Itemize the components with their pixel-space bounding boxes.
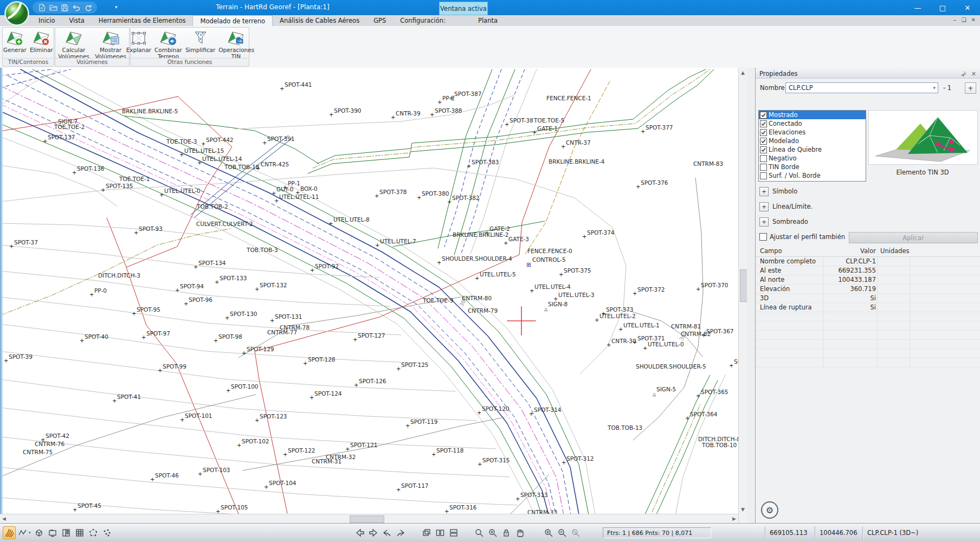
scroll-left-icon[interactable]: ◀ bbox=[2, 516, 6, 521]
view-back-icon[interactable] bbox=[381, 526, 394, 539]
expand-icon[interactable]: + bbox=[759, 187, 769, 196]
tab-vista[interactable]: Vista bbox=[62, 15, 91, 26]
flag-checkbox-checked[interactable] bbox=[760, 129, 767, 136]
zoom-out-icon[interactable] bbox=[556, 526, 569, 539]
new-file-icon[interactable] bbox=[38, 4, 46, 11]
point-marker: + bbox=[559, 272, 563, 278]
doc-minimize-button[interactable]: ‒ bbox=[953, 17, 956, 23]
flag-checkbox-checked[interactable] bbox=[760, 120, 767, 127]
doc-restore-button[interactable]: ❏ bbox=[962, 17, 966, 23]
ribbon-button-operaciones-tin[interactable]: Operaciones TIN bbox=[217, 28, 255, 61]
map-label: SPOT-39 bbox=[9, 353, 33, 360]
tab-planta[interactable]: Planta bbox=[471, 15, 505, 26]
section-sombreado[interactable]: +Sombreado bbox=[756, 217, 980, 227]
chevron-down-icon[interactable]: ▾ bbox=[933, 85, 936, 91]
close-button[interactable]: ✕ bbox=[955, 0, 980, 15]
map-label: FENCE.FENCE-0 bbox=[527, 248, 572, 254]
zoom-window-icon[interactable] bbox=[473, 526, 486, 539]
flag-tin-borde[interactable]: TIN Borde bbox=[759, 163, 866, 171]
point-marker: + bbox=[328, 221, 333, 227]
tab-gps[interactable]: GPS bbox=[366, 15, 393, 26]
scroll-down-icon[interactable]: ▼ bbox=[741, 507, 745, 512]
doc-close-button[interactable]: ✕ bbox=[971, 17, 976, 23]
ribbon-button-combinar-terreno[interactable]: Combinar Terreno bbox=[153, 28, 184, 61]
quick-access-dropdown-icon[interactable]: ▾ bbox=[115, 4, 118, 10]
tab-inicio[interactable]: Inicio bbox=[31, 15, 62, 26]
panel-close-icon[interactable]: ✕ bbox=[971, 70, 976, 78]
flag-checkbox[interactable] bbox=[760, 164, 767, 171]
properties-header[interactable]: Propiedades ✕ bbox=[756, 69, 980, 79]
flag-surf-vol-borde[interactable]: Surf. / Vol. Borde bbox=[759, 171, 866, 180]
view-previous-icon[interactable] bbox=[353, 526, 366, 539]
zoom-select-icon[interactable] bbox=[486, 526, 499, 539]
zoom-off-icon[interactable] bbox=[569, 526, 582, 539]
ribbon-button-generar[interactable]: Generar bbox=[2, 28, 28, 54]
tab-an-lisis-de-cables-a-reos[interactable]: Análisis de Cables Aéreos bbox=[273, 15, 366, 26]
ribbon-button-explanar[interactable]: Explanar bbox=[125, 28, 153, 54]
name-select[interactable]: CLP.CLP ▾ bbox=[785, 82, 938, 93]
flag-checkbox-checked[interactable] bbox=[760, 112, 767, 119]
horizontal-scroll-thumb[interactable] bbox=[350, 515, 384, 523]
redo-icon[interactable] bbox=[84, 4, 92, 11]
grid-tool-icon[interactable] bbox=[73, 526, 86, 539]
vertical-scrollbar[interactable]: ▲ ▼ bbox=[738, 68, 747, 523]
cube-tool-icon[interactable] bbox=[33, 526, 46, 539]
polyline-tool-icon[interactable] bbox=[16, 526, 29, 539]
minimize-button[interactable]: — bbox=[905, 0, 930, 15]
section-l-nea-l-mite[interactable]: +Línea/Límite. bbox=[756, 202, 980, 212]
save-icon[interactable] bbox=[61, 4, 68, 11]
view-forward-icon[interactable] bbox=[394, 526, 407, 539]
flag-negativo[interactable]: Negativo bbox=[759, 154, 866, 163]
view-next-icon[interactable] bbox=[367, 526, 380, 539]
scroll-up-icon[interactable]: ▲ bbox=[741, 70, 745, 75]
horizontal-scrollbar[interactable]: ◀ ▶ bbox=[0, 514, 738, 523]
cascade-windows-icon[interactable] bbox=[420, 526, 433, 539]
ribbon-button-calcular-vol-menes[interactable]: Calcular Volúmenes bbox=[55, 28, 92, 61]
tile-horizontal-icon[interactable] bbox=[447, 526, 460, 539]
vertical-scroll-thumb[interactable] bbox=[740, 269, 747, 302]
display-tool-icon[interactable] bbox=[46, 526, 59, 539]
ribbon-button-eliminar[interactable]: Eliminar bbox=[28, 28, 55, 54]
panels-tool-icon[interactable] bbox=[60, 526, 73, 539]
flag-mostrado[interactable]: Mostrado bbox=[759, 111, 866, 119]
fence-tool-icon[interactable] bbox=[87, 526, 100, 539]
flag-checkbox[interactable] bbox=[760, 155, 767, 162]
tab-modelado-de-terreno[interactable]: Modelado de terreno bbox=[192, 15, 273, 27]
scroll-right-icon[interactable]: ▶ bbox=[732, 516, 736, 521]
apply-button[interactable]: Aplicar bbox=[849, 232, 978, 243]
flag-checkbox-checked[interactable] bbox=[760, 146, 767, 153]
dropdown-arrow-icon[interactable]: ▾ bbox=[29, 531, 31, 535]
flag-list[interactable]: MostradoConectadoElevacionesModeladoLíne… bbox=[758, 110, 866, 182]
flag-elevaciones[interactable]: Elevaciones bbox=[759, 128, 866, 137]
adjust-profile-checkbox[interactable] bbox=[759, 233, 767, 241]
zoom-lock-icon[interactable] bbox=[500, 526, 513, 539]
tab-configuraci-n[interactable]: Configuración: bbox=[393, 15, 453, 26]
flag-checkbox[interactable] bbox=[760, 172, 767, 179]
flag-conectado[interactable]: Conectado bbox=[759, 119, 866, 128]
tile-vertical-icon[interactable] bbox=[434, 526, 447, 539]
app-logo-icon[interactable] bbox=[4, 1, 29, 26]
undo-icon[interactable] bbox=[72, 4, 80, 11]
contours-tool-icon[interactable] bbox=[3, 526, 16, 539]
drawing-view[interactable]: SPOT-441+BRKLINE.BRKLINE-5SIGN-7TOE.TOE-… bbox=[0, 68, 738, 523]
flag-l-nea-de-quiebre[interactable]: Línea de Quiebre bbox=[759, 145, 866, 154]
open-file-icon[interactable] bbox=[49, 4, 57, 11]
pan-icon[interactable] bbox=[513, 526, 526, 539]
gear-icon[interactable]: ⚙ bbox=[761, 501, 778, 519]
ribbon-button-simplificar[interactable]: Simplificar bbox=[184, 28, 217, 54]
tab-herramientas-de-elementos[interactable]: Herramientas de Elementos bbox=[92, 15, 193, 26]
flag-modelado[interactable]: Modelado bbox=[759, 137, 866, 145]
ribbon-button-mostrar-vol-menes[interactable]: Mostrar Volúmenes bbox=[92, 28, 129, 61]
points-tool-icon[interactable] bbox=[100, 526, 113, 539]
flag-checkbox-checked[interactable] bbox=[760, 138, 767, 145]
maximize-button[interactable]: □ bbox=[930, 0, 955, 15]
pin-icon[interactable] bbox=[960, 71, 966, 79]
expand-icon[interactable]: + bbox=[759, 217, 769, 227]
section-s-mbolo[interactable]: +Símbolo bbox=[756, 187, 980, 197]
quick-access-toolbar[interactable] bbox=[33, 2, 97, 14]
add-property-button[interactable]: + bbox=[965, 82, 976, 94]
expand-icon[interactable]: + bbox=[759, 202, 769, 211]
zoom-in-icon[interactable] bbox=[542, 526, 555, 539]
panel-splitter[interactable] bbox=[747, 68, 755, 523]
active-window-tab[interactable]: Ventana activa bbox=[439, 2, 488, 15]
